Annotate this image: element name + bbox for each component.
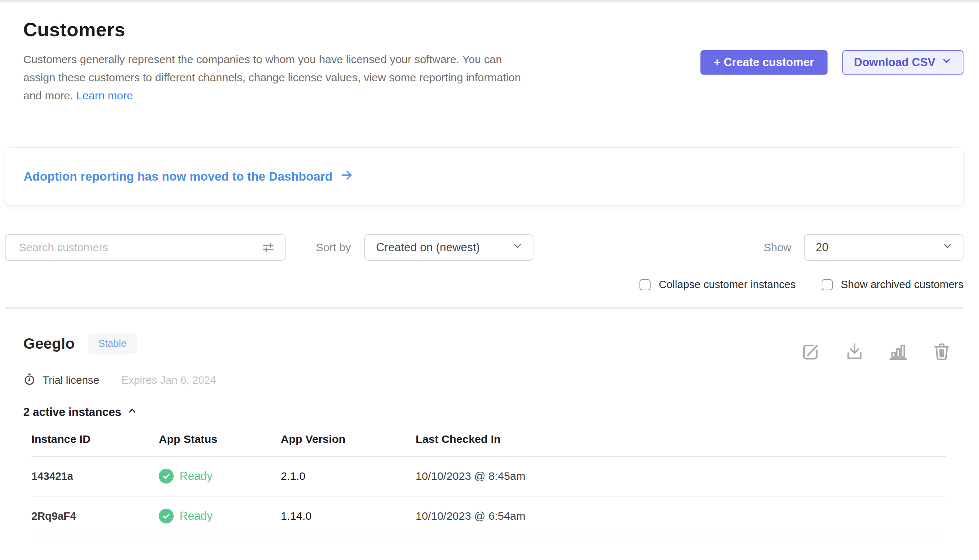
bar-chart-icon bbox=[888, 357, 908, 363]
page-header: Customers Customers generally represent … bbox=[23, 18, 964, 105]
collapse-instances-checkbox[interactable] bbox=[639, 279, 650, 290]
app-status: Ready bbox=[159, 469, 281, 483]
show-label: Show bbox=[764, 241, 791, 254]
app-status: Ready bbox=[159, 509, 281, 523]
license-row: Trial license Expires Jan 6, 2024 bbox=[23, 373, 964, 387]
download-license-button[interactable] bbox=[844, 342, 864, 363]
search-box bbox=[5, 234, 285, 261]
instance-id: 143421a bbox=[32, 470, 159, 482]
customer-name-row: Geeglo Stable bbox=[23, 333, 137, 354]
arrow-right-icon bbox=[340, 168, 353, 185]
delete-customer-button[interactable] bbox=[932, 342, 952, 363]
show-archived-option: Show archived customers bbox=[822, 278, 964, 291]
download-icon bbox=[844, 357, 864, 363]
page-title: Customers bbox=[23, 18, 521, 41]
customers-page: Customers Customers generally represent … bbox=[0, 0, 979, 560]
search-input[interactable] bbox=[5, 234, 285, 261]
channel-badge: Stable bbox=[88, 333, 137, 354]
download-csv-button[interactable]: Download CSV bbox=[842, 50, 964, 75]
instances-table: Instance ID App Status App Version Last … bbox=[32, 433, 946, 537]
page-description: Customers generally represent the compan… bbox=[23, 50, 521, 105]
check-circle-icon bbox=[159, 469, 173, 483]
instances-table-header: Instance ID App Status App Version Last … bbox=[32, 433, 946, 457]
chevron-down-icon bbox=[512, 240, 523, 255]
show-count-select[interactable]: 20 bbox=[804, 234, 964, 261]
app-status-label: Ready bbox=[180, 509, 213, 523]
license-type: Trial license bbox=[42, 374, 99, 387]
page-header-text: Customers Customers generally represent … bbox=[23, 18, 521, 105]
adoption-banner-text: Adoption reporting has now moved to the … bbox=[23, 170, 332, 183]
description-line: assign these customers to different chan… bbox=[23, 68, 521, 87]
column-header-app-version: App Version bbox=[281, 433, 415, 445]
check-circle-icon bbox=[159, 509, 173, 523]
instance-id: 2Rq9aF4 bbox=[32, 510, 159, 522]
last-checked-in: 10/10/2023 @ 8:45am bbox=[415, 470, 946, 482]
chevron-down-icon bbox=[942, 240, 953, 255]
sort-select-value: Created on (newest) bbox=[376, 241, 480, 254]
adoption-banner: Adoption reporting has now moved to the … bbox=[5, 147, 964, 205]
last-checked-in: 10/10/2023 @ 6:54am bbox=[415, 510, 946, 522]
show-archived-label: Show archived customers bbox=[841, 278, 964, 291]
section-divider bbox=[5, 307, 964, 309]
create-customer-button[interactable]: + Create customer bbox=[700, 50, 827, 75]
show-archived-checkbox[interactable] bbox=[822, 279, 833, 290]
instances-toggle[interactable]: 2 active instances bbox=[23, 406, 137, 419]
chevron-up-icon bbox=[127, 406, 137, 419]
show-count-value: 20 bbox=[816, 241, 828, 254]
license-expiry: Expires Jan 6, 2024 bbox=[122, 374, 216, 387]
list-options-row: Collapse customer instances Show archive… bbox=[23, 278, 964, 291]
edit-icon bbox=[801, 357, 821, 363]
table-row: 2Rq9aF4 Ready 1.14.0 10/10/2023 @ 6:54am bbox=[32, 497, 946, 537]
column-header-last-checked-in: Last Checked In bbox=[415, 433, 946, 445]
top-edge-shadow bbox=[0, 0, 979, 4]
app-status-label: Ready bbox=[180, 470, 213, 483]
app-version: 2.1.0 bbox=[281, 470, 415, 482]
table-row: 143421a Ready 2.1.0 10/10/2023 @ 8:45am bbox=[32, 457, 946, 497]
stopwatch-icon bbox=[23, 373, 36, 387]
header-actions: + Create customer Download CSV bbox=[700, 50, 964, 75]
view-metrics-button[interactable] bbox=[888, 342, 908, 363]
instances-summary: 2 active instances bbox=[23, 406, 121, 419]
column-header-app-status: App Status bbox=[159, 433, 281, 445]
sort-by-label: Sort by bbox=[316, 241, 351, 254]
filter-icon[interactable] bbox=[262, 241, 275, 254]
customer-actions bbox=[801, 342, 952, 363]
trash-icon bbox=[932, 357, 952, 363]
learn-more-link[interactable]: Learn more bbox=[76, 89, 133, 102]
app-version: 1.14.0 bbox=[281, 510, 415, 522]
customers-toolbar: Sort by Created on (newest) Show 20 bbox=[5, 234, 964, 261]
customer-card-header: Geeglo Stable bbox=[23, 333, 964, 363]
description-line: Customers generally represent the compan… bbox=[23, 50, 521, 68]
collapse-instances-label: Collapse customer instances bbox=[659, 278, 796, 291]
column-header-instance-id: Instance ID bbox=[32, 433, 159, 445]
description-line: and more. bbox=[23, 89, 73, 102]
chevron-down-icon bbox=[941, 56, 952, 69]
download-csv-label: Download CSV bbox=[854, 56, 936, 69]
show-group: Show 20 bbox=[764, 234, 964, 261]
edit-customer-button[interactable] bbox=[801, 342, 821, 363]
adoption-banner-link[interactable]: Adoption reporting has now moved to the … bbox=[23, 168, 353, 185]
sort-select[interactable]: Created on (newest) bbox=[364, 234, 534, 261]
customer-name[interactable]: Geeglo bbox=[23, 335, 75, 352]
collapse-instances-option: Collapse customer instances bbox=[639, 278, 796, 291]
